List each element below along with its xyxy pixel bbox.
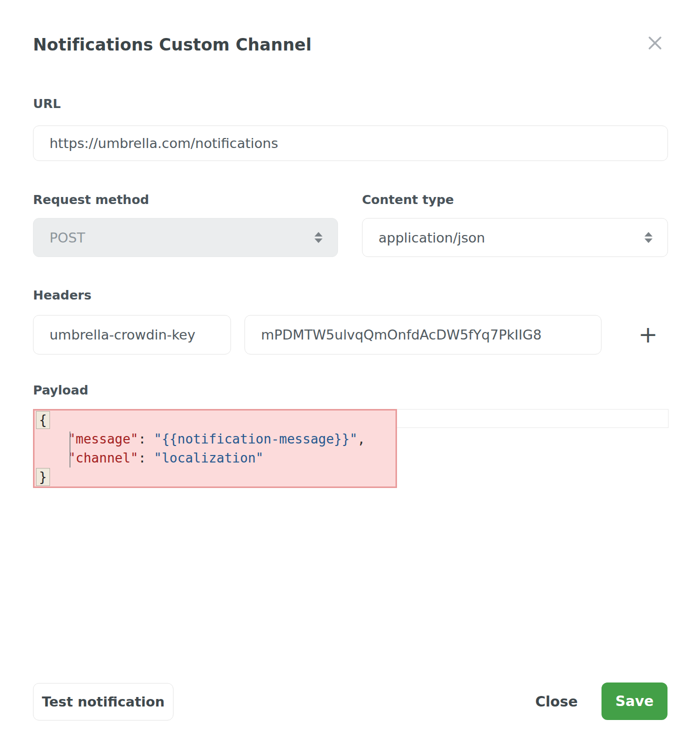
payload-highlight: { "message": "{{notification-message}}",… [33, 409, 397, 488]
save-button[interactable]: Save [602, 682, 668, 720]
plus-icon: + [638, 321, 658, 348]
json-value: "localization" [154, 450, 264, 466]
header-key-input[interactable] [33, 315, 231, 354]
content-type-value: application/json [378, 230, 485, 246]
json-colon: : [138, 450, 154, 466]
add-header-button[interactable]: + [634, 317, 662, 352]
open-brace-token: { [36, 411, 50, 429]
json-value: "{{notification-message}}" [154, 432, 358, 446]
code-line: "channel": "localization" [36, 448, 396, 468]
indent-guide [70, 432, 70, 468]
select-caret-icon [644, 232, 652, 243]
json-colon: : [138, 432, 154, 446]
select-caret-icon [314, 232, 322, 243]
close-text-button[interactable]: Close [524, 683, 589, 720]
close-brace-token: } [36, 468, 50, 486]
notifications-custom-channel-modal: Notifications Custom Channel URL Request… [0, 0, 700, 754]
code-line: "message": "{{notification-message}}", [36, 430, 396, 448]
code-line: } [36, 468, 396, 486]
payload-label: Payload [33, 383, 88, 398]
request-method-select[interactable]: POST [33, 218, 338, 257]
request-method-label: Request method [33, 192, 149, 207]
url-label: URL [33, 96, 60, 111]
close-icon [648, 36, 662, 50]
headers-label: Headers [33, 288, 92, 302]
header-value-input[interactable] [244, 315, 602, 354]
payload-editor[interactable]: { "message": "{{notification-message}}",… [33, 409, 668, 489]
close-button[interactable] [644, 32, 666, 54]
json-key: "message" [68, 432, 138, 446]
json-comma: , [358, 432, 366, 446]
request-method-value: POST [50, 230, 85, 246]
content-type-select[interactable]: application/json [362, 218, 668, 257]
json-key: "channel" [68, 450, 138, 466]
content-type-label: Content type [362, 192, 454, 207]
url-input[interactable] [33, 126, 668, 161]
test-notification-button[interactable]: Test notification [33, 683, 174, 720]
code-line: { [36, 410, 396, 430]
page-title: Notifications Custom Channel [33, 35, 312, 54]
